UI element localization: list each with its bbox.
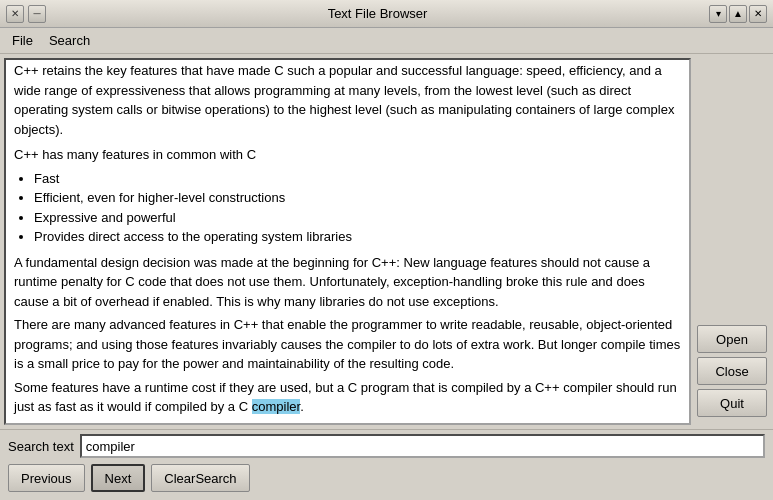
bottom-area: Search text Previous Next ClearSearch — [0, 429, 773, 500]
previous-button[interactable]: Previous — [8, 464, 85, 492]
bullet-2: Efficient, even for higher-level constru… — [34, 188, 681, 208]
menu-search[interactable]: Search — [41, 31, 98, 50]
main-area: C++ retains the key features that have m… — [0, 54, 773, 429]
bullet-3: Expressive and powerful — [34, 208, 681, 228]
search-label: Search text — [8, 439, 74, 454]
bullet-1: Fast — [34, 169, 681, 189]
paragraph-5: Some features have a runtime cost if the… — [14, 378, 681, 417]
open-button[interactable]: Open — [697, 325, 767, 353]
clear-search-button[interactable]: ClearSearch — [151, 464, 249, 492]
title-bar-right: ▾ ▲ ✕ — [709, 5, 767, 23]
close-button-sidebar[interactable]: Close — [697, 357, 767, 385]
minimize-button[interactable]: ─ — [28, 5, 46, 23]
search-row: Search text — [8, 434, 765, 458]
text-panel: C++ retains the key features that have m… — [4, 58, 691, 425]
paragraph-3: A fundamental design decision was made a… — [14, 253, 681, 312]
paragraph-4: There are many advanced features in C++ … — [14, 315, 681, 374]
window-title: Text File Browser — [46, 6, 709, 21]
button-row: Previous Next ClearSearch — [8, 464, 765, 492]
text-content[interactable]: C++ retains the key features that have m… — [6, 60, 689, 423]
winbtn-up[interactable]: ▲ — [729, 5, 747, 23]
close-button[interactable]: ✕ — [6, 5, 24, 23]
highlighted-word: compiler — [252, 399, 300, 414]
paragraph-5-suffix: . — [300, 399, 304, 414]
winbtn-down[interactable]: ▾ — [709, 5, 727, 23]
title-bar: ✕ ─ Text File Browser ▾ ▲ ✕ — [0, 0, 773, 28]
bullet-4: Provides direct access to the operating … — [34, 227, 681, 247]
paragraph-1: C++ retains the key features that have m… — [14, 61, 681, 139]
next-button[interactable]: Next — [91, 464, 146, 492]
quit-button[interactable]: Quit — [697, 389, 767, 417]
search-input[interactable] — [80, 434, 765, 458]
bullet-list: Fast Efficient, even for higher-level co… — [34, 169, 681, 247]
right-sidebar: Open Close Quit — [695, 58, 769, 425]
menu-file[interactable]: File — [4, 31, 41, 50]
title-bar-controls: ✕ ─ — [6, 5, 46, 23]
paragraph-5-text: Some features have a runtime cost if the… — [14, 380, 677, 415]
paragraph-2: C++ has many features in common with C — [14, 145, 681, 165]
menu-bar: File Search — [0, 28, 773, 54]
winbtn-x[interactable]: ✕ — [749, 5, 767, 23]
